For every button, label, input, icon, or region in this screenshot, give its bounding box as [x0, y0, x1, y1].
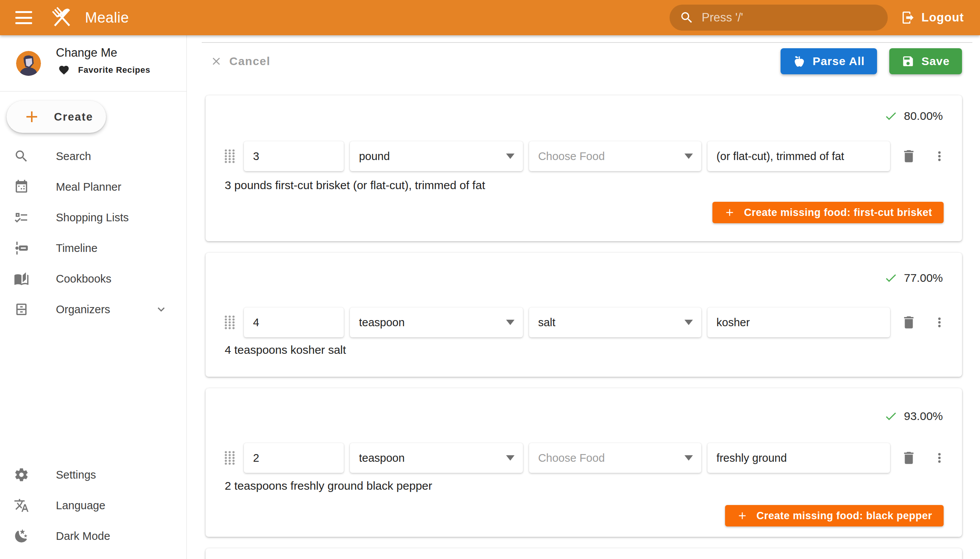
note-input[interactable]	[717, 150, 881, 163]
avatar[interactable]	[16, 51, 41, 76]
logout-label: Logout	[921, 11, 964, 25]
create-missing-food-button[interactable]: Create missing food: black pepper	[725, 505, 944, 526]
note-field[interactable]	[707, 443, 890, 473]
content-divider	[202, 42, 972, 43]
more-options-button[interactable]	[932, 149, 947, 164]
sidebar-item-language[interactable]: Language	[0, 490, 187, 521]
more-options-button[interactable]	[932, 451, 947, 465]
confidence-badge: 77.00%	[884, 271, 943, 285]
food-select[interactable]: salt	[529, 308, 701, 337]
caret-down-icon	[684, 455, 693, 461]
delete-button[interactable]	[901, 450, 917, 466]
check-icon	[884, 271, 898, 285]
confidence-value: 80.00%	[904, 109, 943, 122]
ingredient-fields-row: pound Choose Food	[224, 141, 947, 171]
kebab-icon	[932, 149, 947, 164]
sidebar-item-shopping-lists[interactable]: Shopping Lists	[0, 202, 187, 233]
quantity-field[interactable]	[244, 308, 344, 337]
quantity-input[interactable]	[253, 452, 335, 465]
caret-down-icon	[684, 154, 693, 159]
close-icon	[210, 55, 222, 68]
delete-button[interactable]	[901, 314, 917, 331]
timeline-icon	[14, 240, 29, 256]
logout-icon	[901, 10, 915, 25]
original-ingredient-text: 4 teaspoons kosher salt	[225, 344, 346, 356]
save-label: Save	[921, 55, 950, 68]
parse-all-button[interactable]: Parse All	[780, 48, 877, 74]
translate-icon	[14, 498, 29, 513]
main-content: Cancel Parse All Save 80.00%	[187, 35, 980, 559]
ingredient-fields-row: teaspoon Choose Food	[224, 443, 947, 473]
more-options-button[interactable]	[932, 315, 947, 330]
sidebar-item-timeline[interactable]: Timeline	[0, 233, 187, 263]
caret-down-icon	[506, 455, 514, 461]
sidebar-item-settings[interactable]: Settings	[0, 460, 187, 490]
sidebar-item-meal-planner[interactable]: Meal Planner	[0, 172, 187, 202]
caret-down-icon	[684, 320, 693, 325]
favorite-recipes-link[interactable]: Favorite Recipes	[58, 64, 150, 76]
sidebar: Change Me Favorite Recipes Create Search…	[0, 35, 187, 559]
confidence-value: 93.00%	[904, 410, 943, 423]
caret-down-icon	[506, 320, 514, 325]
create-label: Create	[54, 111, 93, 123]
ingredient-card: 93.00% teaspoon Choose Food	[206, 388, 962, 537]
create-missing-food-button[interactable]: Create missing food: first-cut brisket	[712, 202, 944, 223]
drawer-icon	[14, 302, 29, 317]
trash-icon	[901, 450, 917, 466]
note-field[interactable]	[707, 308, 890, 337]
checklist-icon	[14, 210, 29, 225]
logout-button[interactable]: Logout	[901, 10, 964, 25]
sidebar-nav: Search Meal Planner Shopping Lists Timel…	[0, 141, 187, 325]
food-select[interactable]: Choose Food	[529, 443, 701, 473]
plus-icon	[23, 108, 41, 126]
app-header: Mealie Press '/' Logout	[0, 0, 980, 35]
quantity-field[interactable]	[244, 141, 344, 171]
cancel-button[interactable]: Cancel	[206, 55, 275, 68]
search-icon	[679, 10, 694, 25]
apple-icon	[793, 55, 806, 68]
quantity-field[interactable]	[244, 443, 344, 473]
open-book-icon	[14, 271, 29, 286]
quantity-input[interactable]	[253, 316, 335, 329]
unit-select[interactable]: teaspoon	[350, 443, 523, 473]
sidebar-item-organizers[interactable]: Organizers	[0, 294, 187, 325]
drag-handle[interactable]	[224, 450, 235, 466]
note-field[interactable]	[707, 141, 890, 171]
sidebar-item-search[interactable]: Search	[0, 141, 187, 172]
search-input[interactable]: Press '/'	[669, 5, 888, 31]
kebab-icon	[932, 315, 947, 330]
delete-button[interactable]	[901, 148, 917, 164]
confidence-badge: 80.00%	[884, 109, 943, 123]
note-input[interactable]	[717, 452, 881, 465]
chevron-down-icon[interactable]	[154, 303, 168, 316]
parser-toolbar: Cancel Parse All Save	[206, 48, 962, 74]
confidence-badge: 93.00%	[884, 409, 943, 423]
sidebar-item-dark-mode[interactable]: Dark Mode	[0, 521, 187, 551]
note-input[interactable]	[717, 316, 881, 329]
sidebar-item-cookbooks[interactable]: Cookbooks	[0, 263, 187, 294]
ingredient-fields-row: teaspoon salt	[224, 308, 947, 337]
original-ingredient-text: 3 pounds first-cut brisket (or flat-cut)…	[225, 179, 485, 192]
magnify-icon	[14, 149, 29, 164]
food-select[interactable]: Choose Food	[529, 141, 701, 171]
save-button[interactable]: Save	[889, 48, 962, 74]
unit-select[interactable]: pound	[350, 141, 523, 171]
plus-icon	[737, 510, 748, 521]
check-icon	[884, 109, 898, 123]
silverware-logo-icon	[48, 4, 76, 31]
sidebar-footer: Settings Language Dark Mode	[0, 460, 187, 551]
ingredient-card-partial	[206, 548, 962, 559]
kebab-icon	[932, 451, 947, 465]
quantity-input[interactable]	[253, 150, 335, 163]
sidebar-divider	[0, 91, 187, 91]
caret-down-icon	[506, 154, 514, 159]
drag-handle[interactable]	[224, 315, 235, 330]
create-button[interactable]: Create	[7, 101, 106, 133]
plus-icon	[724, 207, 735, 218]
cancel-label: Cancel	[229, 55, 270, 68]
drag-handle[interactable]	[224, 149, 235, 164]
menu-icon[interactable]	[15, 11, 32, 24]
unit-select[interactable]: teaspoon	[350, 308, 523, 337]
check-icon	[884, 409, 898, 423]
ingredient-card: 80.00% pound Choose Food	[206, 95, 962, 241]
